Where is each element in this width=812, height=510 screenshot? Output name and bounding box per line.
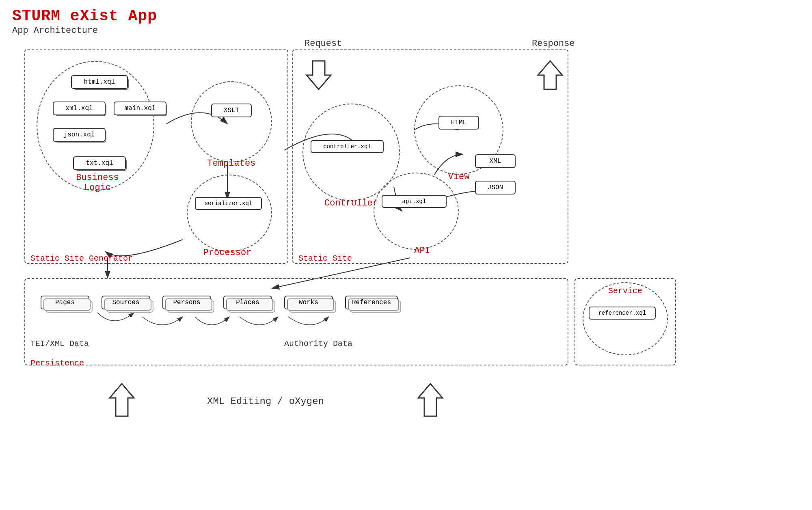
json-box: JSON xyxy=(475,181,516,194)
service-label: Service xyxy=(603,286,648,296)
diagram-area: Static Site Generator Business Logic htm… xyxy=(8,37,804,499)
persistence-label: Persistence xyxy=(30,359,84,368)
bottom-left-arrow xyxy=(106,382,138,418)
templates-label: Templates xyxy=(195,158,268,169)
persistence-box xyxy=(24,278,568,365)
txt-xql-box: txt.xql xyxy=(73,156,126,170)
places-box: Places xyxy=(223,296,272,309)
processor-label: Processor xyxy=(195,248,260,258)
authority-data-label: Authority Data xyxy=(284,339,352,348)
request-arrow-icon xyxy=(300,57,337,93)
templates-circle xyxy=(191,81,272,162)
static-site-label: Static Site xyxy=(298,254,352,263)
static-site-generator-label: Static Site Generator xyxy=(30,254,133,263)
tei-xml-label: TEI/XML Data xyxy=(30,339,89,348)
svg-marker-5 xyxy=(418,384,443,416)
xml-box: XML xyxy=(475,154,516,168)
html-box: HTML xyxy=(438,116,479,130)
xml-editing-label: XML Editing / oXygen xyxy=(207,396,324,407)
response-arrow-icon xyxy=(532,57,568,93)
bottom-right-arrow xyxy=(414,382,447,418)
references-box: References xyxy=(345,296,398,309)
works-box: Works xyxy=(284,296,333,309)
title-area: STURM eXist App App Architecture xyxy=(12,7,157,36)
api-xql-box: api.xql xyxy=(382,195,447,208)
request-label: Request xyxy=(304,39,342,49)
api-circle xyxy=(374,173,459,250)
app-title: STURM eXist App xyxy=(12,7,157,25)
response-label: Response xyxy=(532,39,575,49)
xml-xql-box: xml.xql xyxy=(53,102,106,115)
pages-box: Pages xyxy=(41,296,89,309)
business-logic-label: Business Logic xyxy=(61,173,134,193)
controller-xql-box: controller.xql xyxy=(311,140,384,153)
svg-marker-1 xyxy=(307,61,331,89)
app-subtitle: App Architecture xyxy=(12,26,157,36)
json-xql-box: json.xql xyxy=(53,128,106,142)
svg-marker-4 xyxy=(110,384,134,416)
xslt-box: XSLT xyxy=(211,104,252,117)
view-label: View xyxy=(436,172,481,182)
api-label: API xyxy=(402,246,443,256)
processor-circle xyxy=(187,175,272,252)
serializer-xql-box: serializer.xql xyxy=(195,197,262,210)
svg-marker-3 xyxy=(538,61,562,89)
referencer-xql-box: referencer.xql xyxy=(589,307,656,320)
persons-box: Persons xyxy=(162,296,211,309)
main-xql-box: main.xql xyxy=(114,102,166,115)
sources-box: Sources xyxy=(102,296,150,309)
html-xql-box: html.xql xyxy=(71,75,128,89)
